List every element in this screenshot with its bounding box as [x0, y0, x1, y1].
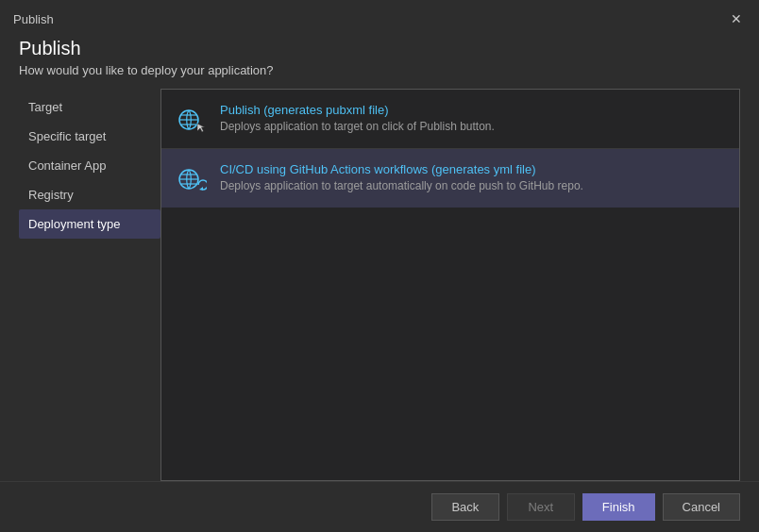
- pubxml-desc: Deploys application to target on click o…: [220, 120, 495, 133]
- sidebar-item-deployment-type[interactable]: Deployment type: [19, 209, 160, 239]
- finish-button[interactable]: Finish: [582, 493, 655, 521]
- dialog-footer: Back Next Finish Cancel: [0, 481, 759, 532]
- option-cicd[interactable]: CI/CD using GitHub Actions workflows (ge…: [161, 149, 739, 208]
- option-pubxml[interactable]: Publish (generates pubxml file) Deploys …: [161, 90, 739, 149]
- options-panel: Publish (generates pubxml file) Deploys …: [160, 89, 740, 481]
- next-button[interactable]: Next: [507, 493, 575, 521]
- cicd-icon: [177, 164, 207, 194]
- publish-icon: [177, 105, 207, 135]
- cancel-button[interactable]: Cancel: [663, 493, 740, 521]
- cicd-title: CI/CD using GitHub Actions workflows (ge…: [220, 162, 583, 176]
- page-subheading: How would you like to deploy your applic…: [19, 63, 740, 77]
- sidebar-item-specific-target[interactable]: Specific target: [19, 122, 160, 151]
- publish-dialog: Publish ✕ Publish How would you like to …: [0, 0, 759, 532]
- dialog-title: Publish: [13, 12, 54, 26]
- svg-marker-8: [199, 187, 203, 191]
- sidebar-item-container-app[interactable]: Container App: [19, 151, 160, 180]
- sidebar: Target Specific target Container App Reg…: [19, 89, 160, 481]
- sidebar-item-registry[interactable]: Registry: [19, 180, 160, 209]
- dialog-header: Publish How would you like to deploy you…: [0, 34, 759, 89]
- page-heading: Publish: [19, 38, 740, 59]
- sidebar-item-target[interactable]: Target: [19, 92, 160, 122]
- cicd-desc: Deploys application to target automatica…: [220, 179, 583, 192]
- title-bar: Publish ✕: [0, 0, 759, 34]
- dialog-body: Target Specific target Container App Reg…: [0, 89, 759, 481]
- close-button[interactable]: ✕: [727, 9, 746, 28]
- back-button[interactable]: Back: [431, 493, 499, 521]
- pubxml-title: Publish (generates pubxml file): [220, 103, 495, 117]
